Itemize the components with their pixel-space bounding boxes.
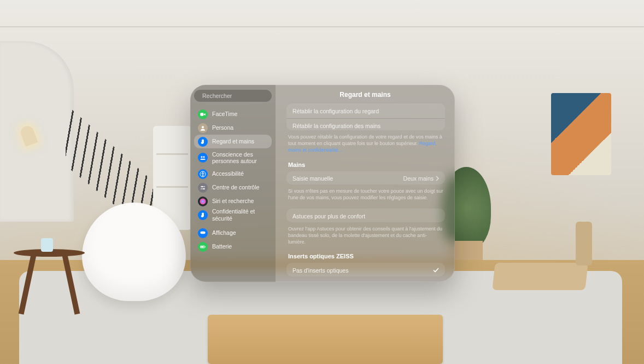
- sidebar-item-label: Centre de contrôle: [212, 184, 259, 190]
- hand-icon: [198, 210, 208, 220]
- hand-icon: [198, 137, 208, 147]
- page-title: Regard et mains: [276, 85, 455, 103]
- sidebar-item-label: Batterie: [212, 243, 232, 250]
- svg-point-2: [202, 126, 204, 128]
- reset-eye-setup-button[interactable]: Rétablir la configuration du regard: [286, 103, 445, 118]
- battery-icon: [198, 242, 208, 252]
- hands-section-header: Mains: [286, 161, 445, 171]
- hand-input-row[interactable]: Saisie manuelle Deux mains: [286, 171, 445, 185]
- sidebar-item-hand[interactable]: Regard et mains: [194, 135, 272, 148]
- content-pane: Regard et mains Rétablir la configuratio…: [276, 85, 455, 282]
- reset-footer: Vous pouvez rétablir la configuration de…: [286, 130, 445, 161]
- sidebar-item-label: Siri et recherche: [212, 198, 254, 204]
- sidebar-item-label: Persona: [212, 124, 233, 131]
- sliders-icon: [198, 183, 208, 193]
- sidebar-item-label: Regard et mains: [212, 138, 254, 145]
- siri-icon: [198, 197, 208, 206]
- zeiss-section-header: Inserts optiques ZEISS: [286, 253, 445, 263]
- sidebar: FaceTimePersonaRegard et mainsConscience…: [190, 85, 276, 282]
- comfort-tips-row[interactable]: Astuces pour plus de confort: [286, 209, 445, 222]
- reset-group: Rétablir la configuration du regard Réta…: [286, 103, 445, 130]
- sidebar-item-facetime[interactable]: FaceTime: [194, 107, 272, 121]
- sidebar-item-label: Confidentialité et sécurité: [212, 208, 268, 221]
- check-icon: [433, 268, 439, 273]
- sidebar-item-label: Affichage: [212, 229, 236, 236]
- zeiss-none-row[interactable]: Pas d'inserts optiques: [286, 263, 445, 276]
- hands-footer: Si vous n'êtes pas en mesure de toucher …: [286, 184, 445, 209]
- search-input[interactable]: [202, 93, 274, 99]
- svg-rect-10: [200, 231, 205, 234]
- svg-rect-1: [200, 113, 203, 115]
- sidebar-item-battery[interactable]: Batterie: [194, 240, 272, 253]
- svg-rect-13: [201, 246, 203, 247]
- sidebar-item-hand[interactable]: Confidentialité et sécurité: [194, 208, 272, 222]
- svg-point-3: [201, 156, 202, 158]
- persona-icon: [198, 123, 208, 133]
- svg-rect-12: [205, 246, 206, 247]
- search-field[interactable]: [194, 90, 272, 102]
- svg-point-6: [202, 172, 203, 173]
- sidebar-item-display[interactable]: Affichage: [194, 226, 272, 240]
- svg-point-9: [200, 198, 206, 204]
- reset-hand-setup-button[interactable]: Rétablir la configuration des mains: [286, 118, 445, 130]
- facetime-icon: [198, 109, 208, 119]
- sidebar-item-label: Accessibilité: [212, 170, 244, 177]
- svg-point-7: [201, 186, 202, 187]
- sidebar-item-label: Conscience des personnes autour: [212, 151, 268, 164]
- sidebar-item-persona[interactable]: Persona: [194, 121, 272, 135]
- tips-footer: Ouvrez l'app Astuces pour obtenir des co…: [286, 222, 445, 253]
- people-icon: [198, 153, 208, 163]
- sidebar-item-access[interactable]: Accessibilité: [194, 167, 272, 181]
- svg-point-4: [203, 156, 204, 158]
- settings-window: FaceTimePersonaRegard et mainsConscience…: [190, 85, 455, 282]
- sidebar-item-label: FaceTime: [212, 111, 237, 117]
- display-icon: [198, 228, 208, 238]
- sidebar-item-siri[interactable]: Siri et recherche: [194, 194, 272, 208]
- svg-point-8: [203, 188, 204, 189]
- access-icon: [198, 169, 208, 179]
- sidebar-item-people[interactable]: Conscience des personnes autour: [194, 148, 272, 167]
- hand-input-value: Deux mains: [403, 175, 434, 182]
- sidebar-item-sliders[interactable]: Centre de contrôle: [194, 181, 272, 194]
- chevron-right-icon: [436, 176, 439, 181]
